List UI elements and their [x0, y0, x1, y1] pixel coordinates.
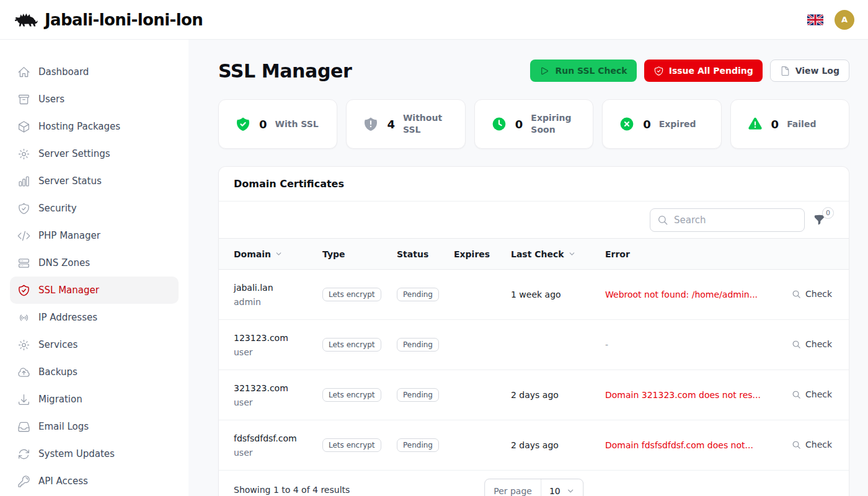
- per-page-select[interactable]: 10: [541, 479, 583, 496]
- status-badge: Pending: [397, 388, 439, 402]
- stat-card-expiring-soon: 0 Expiring Soon: [474, 99, 593, 149]
- sidebar-item-label: System Updates: [38, 448, 115, 459]
- check-label: Check: [805, 440, 832, 450]
- stat-card-expired: 0 Expired: [602, 99, 721, 149]
- check-label: Check: [805, 389, 832, 399]
- stat-value: 0: [643, 118, 651, 131]
- topbar-right: A: [807, 10, 854, 30]
- user-avatar[interactable]: A: [835, 10, 854, 30]
- stat-value: 4: [387, 118, 395, 131]
- column-header-type: Type: [322, 249, 345, 259]
- sidebar-item-system-updates[interactable]: System Updates: [10, 440, 179, 467]
- shield-check-icon: [653, 66, 664, 76]
- sidebar-item-dashboard[interactable]: Dashboard: [10, 58, 179, 86]
- per-page-control: Per page 10: [484, 479, 583, 496]
- sidebar-item-migration[interactable]: Migration: [10, 386, 179, 413]
- column-header-domain[interactable]: Domain: [234, 249, 283, 259]
- sidebar-item-label: Server Settings: [38, 148, 110, 159]
- table-row[interactable]: fdsfsdfdsf.comuser Lets encrypt Pending …: [219, 420, 849, 471]
- domain-owner: user: [234, 397, 322, 407]
- issue-all-pending-button[interactable]: Issue All Pending: [644, 60, 763, 82]
- sidebar-item-hosting-packages[interactable]: Hosting Packages: [10, 113, 179, 140]
- download-tray-icon: [17, 393, 30, 406]
- sidebar-item-php-manager[interactable]: PHP Manager: [10, 222, 179, 249]
- sidebar-item-users[interactable]: Users: [10, 86, 179, 113]
- run-ssl-check-button[interactable]: Run SSL Check: [530, 60, 636, 82]
- domain-name: jabali.lan: [234, 283, 322, 293]
- column-header-last-check[interactable]: Last Check: [511, 249, 576, 259]
- magnifier-icon: [792, 340, 801, 349]
- table-row[interactable]: 321323.comuser Lets encrypt Pending 2 da…: [219, 370, 849, 420]
- column-header-expires: Expires: [454, 249, 490, 259]
- domain-owner: user: [234, 448, 322, 458]
- sidebar-item-label: Hosting Packages: [38, 121, 120, 132]
- table-footer: Showing 1 to 4 of 4 results Per page 10: [219, 471, 849, 496]
- last-check-cell: 1 week ago: [511, 270, 605, 320]
- sidebar-item-backups[interactable]: Backups: [10, 358, 179, 386]
- check-button[interactable]: Check: [788, 389, 836, 400]
- filter-button[interactable]: 0: [813, 214, 825, 226]
- sidebar-item-ip-addresses[interactable]: IP Addresses: [10, 304, 179, 331]
- brand[interactable]: Jabali-loni-loni-lon: [14, 11, 203, 29]
- sidebar-item-services[interactable]: Services: [10, 331, 179, 358]
- sidebar-item-api-access[interactable]: API Access: [10, 467, 179, 495]
- stat-label: Expiring Soon: [531, 112, 579, 136]
- search-input[interactable]: [650, 208, 805, 232]
- topbar: Jabali-loni-loni-lon A: [0, 0, 868, 40]
- sidebar-item-label: Security: [38, 203, 77, 214]
- x-circle-solid-icon: [619, 116, 635, 132]
- check-button[interactable]: Check: [788, 288, 836, 299]
- refresh-icon: [17, 448, 30, 461]
- page-head: SSL Manager Run SSL Check Issue All Pend…: [218, 56, 849, 86]
- issue-all-pending-label: Issue All Pending: [669, 66, 753, 76]
- type-badge: Lets encrypt: [322, 388, 381, 402]
- shield-check-icon: [17, 284, 30, 297]
- status-badge: Pending: [397, 438, 439, 452]
- archive-box-icon: [17, 93, 30, 106]
- check-label: Check: [805, 339, 832, 349]
- sidebar-item-label: Services: [38, 339, 78, 350]
- filter-count-badge: 0: [822, 207, 834, 219]
- sidebar-item-email-logs[interactable]: Email Logs: [10, 413, 179, 440]
- column-label: Domain: [234, 249, 271, 259]
- sidebar-item-ssl-manager[interactable]: SSL Manager: [10, 277, 179, 304]
- document-icon: [780, 66, 790, 76]
- domain-name: 123123.com: [234, 333, 322, 343]
- uk-flag-icon[interactable]: [807, 14, 823, 25]
- status-badge: Pending: [397, 288, 439, 301]
- expires-cell: [454, 370, 511, 420]
- table-row[interactable]: 123123.comuser Lets encrypt Pending - Ch…: [219, 320, 849, 370]
- shield-check-icon: [17, 202, 30, 215]
- per-page-value: 10: [549, 486, 560, 496]
- sidebar-item-security[interactable]: Security: [10, 195, 179, 222]
- last-check-cell: 2 days ago: [511, 370, 605, 420]
- sidebar-item-dns-zones[interactable]: DNS Zones: [10, 249, 179, 277]
- expires-cell: [454, 320, 511, 370]
- magnifier-icon: [792, 290, 801, 299]
- inbox-icon: [17, 420, 30, 433]
- card-title-row: Domain Certificates: [219, 167, 849, 201]
- error-cell: Domain 321323.com does not res...: [605, 370, 788, 420]
- stat-label: Without SSL: [403, 112, 451, 136]
- domain-certificates-card: Domain Certificates 0 Domain Type Sta: [218, 166, 849, 496]
- stat-value: 0: [771, 118, 779, 131]
- expires-cell: [454, 270, 511, 320]
- sidebar-item-label: Users: [38, 94, 64, 105]
- stat-value: 0: [515, 118, 523, 131]
- error-cell: Domain fdsfsdfdsf.com does not...: [605, 420, 788, 471]
- check-button[interactable]: Check: [788, 339, 836, 350]
- domain-owner: admin: [234, 297, 322, 307]
- shield-exclamation-solid-icon: [363, 116, 379, 132]
- cube-icon: [17, 120, 30, 133]
- certificates-table: Domain Type Status Expires Last Check Er…: [219, 238, 849, 471]
- check-button[interactable]: Check: [788, 439, 836, 450]
- table-row[interactable]: jabali.lanadmin Lets encrypt Pending 1 w…: [219, 270, 849, 320]
- view-log-button[interactable]: View Log: [770, 60, 849, 82]
- page-title: SSL Manager: [218, 60, 352, 82]
- run-ssl-check-label: Run SSL Check: [555, 66, 627, 76]
- play-icon: [539, 66, 550, 76]
- warning-triangle-solid-icon: [747, 116, 763, 132]
- sidebar-item-label: Migration: [38, 394, 82, 405]
- sidebar-item-server-status[interactable]: Server Status: [10, 167, 179, 195]
- sidebar-item-server-settings[interactable]: Server Settings: [10, 140, 179, 167]
